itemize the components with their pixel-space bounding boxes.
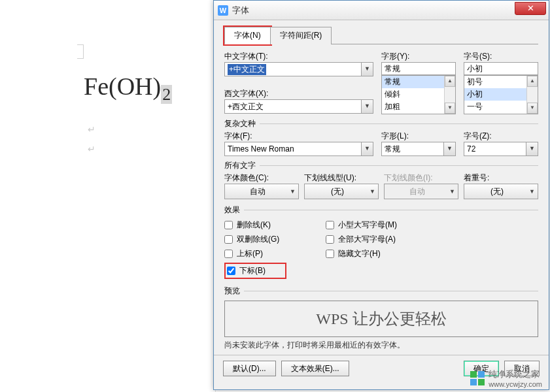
- emphasis-dropdown[interactable]: (无) ▼: [464, 184, 538, 199]
- emphasis-label: 着重号:: [464, 172, 538, 184]
- scrollbar[interactable]: ▲ ▼: [444, 76, 455, 114]
- underline-style-dropdown[interactable]: (无) ▼: [304, 184, 379, 199]
- cs-font-combo[interactable]: Times New Roman ▼: [224, 142, 373, 156]
- cs-font-value: Times New Roman: [228, 144, 294, 154]
- chevron-down-icon: ▼: [529, 188, 535, 195]
- size-value: 小初: [467, 63, 483, 74]
- cjk-font-combo[interactable]: +中文正文 ▼: [224, 62, 373, 76]
- scroll-up-icon[interactable]: ▲: [445, 76, 455, 87]
- latin-font-combo[interactable]: +西文正文 ▼: [224, 99, 373, 114]
- style-value: 常规: [385, 63, 400, 74]
- paragraph-mark: ↵: [88, 124, 95, 135]
- cs-size-value: 72: [467, 144, 475, 154]
- font-color-value: 自动: [250, 186, 266, 197]
- formula-subscript: 2: [161, 85, 172, 104]
- strikethrough-checkbox[interactable]: 删除线(K): [224, 220, 286, 231]
- underline-style-value: (无): [331, 186, 344, 197]
- size-label: 字号(S):: [464, 51, 538, 62]
- formula-main: Fe(OH): [84, 73, 161, 100]
- scroll-up-icon[interactable]: ▲: [527, 76, 538, 87]
- cjk-font-value: +中文正文: [228, 64, 266, 75]
- chevron-down-icon: ▼: [443, 142, 455, 155]
- watermark-icon: [470, 371, 485, 385]
- scroll-down-icon[interactable]: ▼: [527, 103, 538, 114]
- paragraph-mark: ↵: [88, 144, 95, 154]
- page-corner-mark: [77, 44, 84, 59]
- font-color-dropdown[interactable]: 自动 ▼: [224, 184, 299, 199]
- small-caps-checkbox[interactable]: 小型大写字母(M): [326, 220, 397, 231]
- dialog-title: 字体: [232, 5, 249, 16]
- subscript-checkbox[interactable]: 下标(B): [227, 265, 266, 276]
- tab-spacing[interactable]: 字符间距(R): [270, 27, 332, 44]
- app-icon: W: [218, 5, 228, 16]
- all-caps-checkbox[interactable]: 全部大写字母(A): [326, 234, 397, 245]
- style-label: 字形(Y):: [381, 51, 456, 62]
- complex-script-label: 复杂文种: [224, 118, 256, 129]
- underline-color-value: 自动: [409, 186, 425, 197]
- preview-label: 预览: [224, 286, 240, 297]
- cs-size-combo[interactable]: 72 ▼: [464, 142, 538, 156]
- style-input[interactable]: 常规: [381, 62, 456, 75]
- font-note: 尚未安装此字体，打印时将采用最相近的有效字体。: [224, 340, 538, 351]
- hidden-checkbox[interactable]: 隐藏文字(H): [326, 248, 397, 259]
- preview-box: WPS 让办公更轻松: [224, 301, 538, 337]
- effects-label: 效果: [224, 204, 240, 216]
- emphasis-value: (无): [490, 186, 504, 197]
- watermark-line2: www.ycwjzy.com: [489, 380, 542, 388]
- scroll-down-icon[interactable]: ▼: [445, 103, 455, 114]
- dbl-strike-checkbox[interactable]: 双删除线(G): [224, 234, 286, 245]
- cs-style-label: 字形(L):: [381, 131, 456, 142]
- underline-style-label: 下划线线型(U):: [304, 172, 379, 184]
- underline-color-label: 下划线颜色(I):: [384, 172, 458, 184]
- scrollbar[interactable]: ▲ ▼: [526, 76, 538, 114]
- latin-font-label: 西文字体(X):: [224, 88, 373, 99]
- underline-color-dropdown: 自动 ▼: [384, 184, 458, 199]
- font-dialog: W 字体 ✕ 字体(N) 字符间距(R) 中文字体(T): +中文正文 ▼ 西文…: [213, 0, 549, 390]
- default-button[interactable]: 默认(D)...: [223, 361, 276, 376]
- chevron-down-icon: ▼: [361, 142, 373, 155]
- preview-text: WPS 让办公更轻松: [316, 308, 446, 329]
- size-listbox[interactable]: 初号 小初 一号 ▲ ▼: [464, 75, 538, 114]
- watermark-line1: 纯净系统之家: [489, 368, 542, 380]
- cs-size-label: 字号(Z):: [464, 131, 538, 142]
- chevron-down-icon: ▼: [526, 142, 538, 155]
- document-area: Fe(OH)2 ↵ ↵: [0, 0, 216, 392]
- all-text-label: 所有文字: [224, 160, 256, 171]
- font-color-label: 字体颜色(C):: [224, 172, 299, 184]
- chevron-down-icon: ▼: [361, 100, 373, 113]
- latin-font-value: +西文正文: [228, 101, 264, 112]
- chevron-down-icon: ▼: [361, 63, 373, 76]
- style-listbox[interactable]: 常规 倾斜 加粗 ▲ ▼: [381, 75, 456, 114]
- document-text[interactable]: Fe(OH)2: [84, 72, 172, 105]
- subscript-highlight: 下标(B): [224, 263, 286, 279]
- cs-font-label: 字体(F):: [224, 131, 373, 142]
- watermark: 纯净系统之家 www.ycwjzy.com: [470, 368, 542, 388]
- cs-style-value: 常规: [385, 144, 400, 155]
- tab-font[interactable]: 字体(N): [224, 27, 271, 44]
- size-input[interactable]: 小初: [464, 62, 538, 75]
- cjk-font-label: 中文字体(T):: [224, 51, 373, 62]
- chevron-down-icon: ▼: [449, 188, 455, 195]
- tab-bar: 字体(N) 字符间距(R): [224, 27, 538, 44]
- cs-style-combo[interactable]: 常规 ▼: [381, 142, 456, 156]
- titlebar[interactable]: W 字体 ✕: [214, 1, 549, 20]
- chevron-down-icon: ▼: [370, 188, 375, 195]
- chevron-down-icon: ▼: [290, 188, 296, 195]
- close-button[interactable]: ✕: [515, 2, 546, 15]
- text-effects-button[interactable]: 文本效果(E)...: [281, 361, 349, 376]
- superscript-checkbox[interactable]: 上标(P): [224, 248, 286, 259]
